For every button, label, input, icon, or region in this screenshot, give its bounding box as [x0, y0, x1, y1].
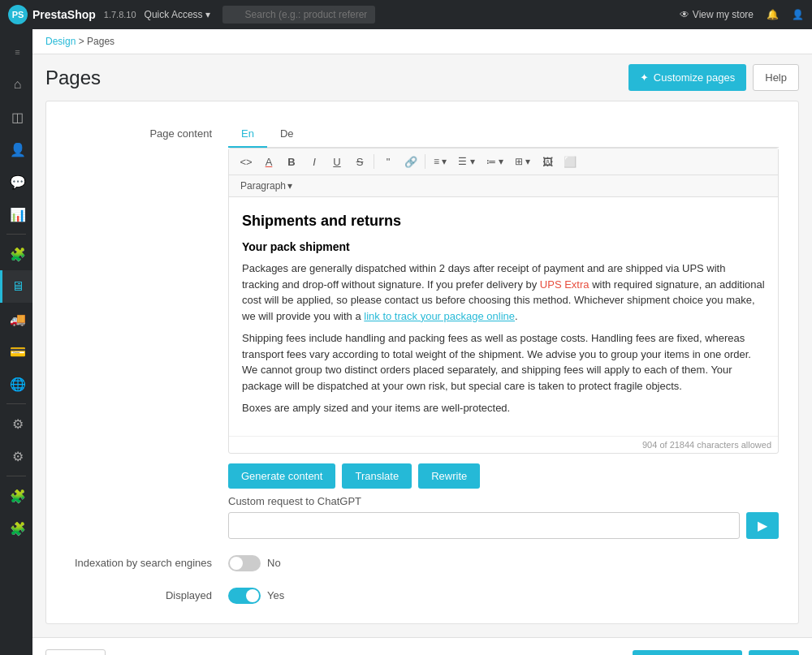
view-store-button[interactable]: 👁 View my store: [680, 9, 754, 20]
paragraph-dropdown-row: Paragraph ▾: [229, 175, 778, 197]
toolbar-align-dropdown[interactable]: ≡ ▾: [429, 154, 451, 169]
language-tabs: En De: [228, 121, 779, 148]
toolbar-sep-1: [374, 154, 374, 169]
top-navbar: PS PrestaShop 1.7.8.10 Quick Access ▾ 🔍 …: [0, 0, 812, 29]
indexation-slider: [228, 555, 261, 571]
search-input[interactable]: [222, 6, 375, 24]
content-paragraph-3: Boxes are amply sized and your items are…: [242, 400, 765, 416]
breadcrumb-sep: >: [79, 36, 87, 47]
sidebar-item-modules[interactable]: 🧩: [0, 238, 32, 270]
page-content-row: Page content En De <> A B I U S: [66, 121, 779, 539]
notifications-icon[interactable]: 🔔: [767, 9, 779, 20]
displayed-state: Yes: [267, 589, 284, 601]
save-button[interactable]: Save: [749, 650, 799, 656]
sidebar-expand[interactable]: ≡: [0, 36, 32, 68]
toolbar-italic-btn[interactable]: I: [304, 152, 325, 171]
logo: PS PrestaShop: [8, 5, 96, 24]
sidebar-item-advanced[interactable]: ⚙: [0, 440, 32, 472]
rewrite-button[interactable]: Rewrite: [418, 463, 480, 489]
breadcrumb-parent[interactable]: Design: [45, 36, 76, 47]
tab-de[interactable]: De: [267, 121, 307, 148]
sidebar-item-orders[interactable]: ◫: [0, 101, 32, 133]
puzzle-icon: ✦: [640, 71, 649, 84]
chatgpt-label: Custom request to ChatGPT: [228, 495, 779, 507]
user-icon[interactable]: 👤: [792, 9, 804, 20]
help-button[interactable]: Help: [753, 64, 799, 91]
sidebar-item-shipping[interactable]: 🚚: [0, 303, 32, 335]
char-count: 904 of 21844 characters allowed: [229, 436, 778, 453]
sidebar: ≡ ⌂ ◫ 👤 💬 📊 🧩 🖥 🚚 💳 🌐 ⚙ ⚙ 🧩 🧩: [0, 29, 32, 655]
send-icon: ▶: [758, 519, 767, 532]
send-button[interactable]: ▶: [746, 512, 779, 539]
indexation-state: No: [267, 557, 281, 569]
top-right-actions: 👁 View my store 🔔 👤: [680, 9, 804, 20]
displayed-slider: [228, 588, 261, 604]
toolbar-blockquote-btn[interactable]: ": [378, 152, 399, 171]
indexation-toggle[interactable]: [228, 555, 261, 571]
indexation-label: Indexation by search engines: [66, 557, 228, 569]
main-content: Design > Pages Pages ✦ Customize pages H…: [32, 29, 812, 655]
quick-access-menu[interactable]: Quick Access ▾: [145, 9, 210, 20]
tab-en[interactable]: En: [228, 121, 267, 148]
sidebar-item-customers[interactable]: 👤: [0, 133, 32, 166]
toolbar-embed-btn[interactable]: ⬜: [559, 152, 581, 171]
content-heading: Shipments and returns: [242, 210, 765, 232]
sidebar-item-plugin1[interactable]: 🧩: [0, 480, 32, 512]
displayed-toggle-wrap: Yes: [228, 588, 284, 604]
sidebar-item-messages[interactable]: 💬: [0, 166, 32, 198]
chatgpt-input[interactable]: [228, 512, 740, 539]
toolbar-fontcolor-btn[interactable]: A: [258, 152, 279, 171]
search-wrap: 🔍: [222, 6, 499, 24]
toolbar-link-btn[interactable]: 🔗: [400, 152, 421, 171]
sidebar-item-stats[interactable]: 📊: [0, 198, 32, 231]
sidebar-divider-3: [6, 476, 26, 476]
content-action-buttons: Generate content Translate Rewrite: [228, 463, 779, 489]
displayed-row: Displayed Yes: [66, 588, 779, 604]
app-version: 1.7.8.10: [104, 10, 136, 19]
page-title: Pages: [45, 67, 101, 89]
toolbar-code-btn[interactable]: <>: [235, 152, 257, 171]
sidebar-divider-2: [6, 403, 26, 404]
toolbar-strikethrough-btn[interactable]: S: [349, 152, 370, 171]
sidebar-item-design[interactable]: 🖥: [0, 270, 32, 303]
prestashop-logo: PS: [8, 5, 28, 24]
paragraph-dropdown[interactable]: Paragraph ▾: [235, 179, 297, 193]
sidebar-item-payment[interactable]: 💳: [0, 335, 32, 368]
sidebar-item-dashboard[interactable]: ⌂: [0, 68, 32, 101]
indexation-row: Indexation by search engines No: [66, 555, 779, 571]
sidebar-item-settings[interactable]: ⚙: [0, 407, 32, 440]
generate-content-button[interactable]: Generate content: [228, 463, 335, 489]
rich-text-editor: <> A B I U S " 🔗 ≡ ▾ ☰ ▾ ≔ ▾ ⊞ ▾: [228, 148, 779, 454]
toolbar-bold-btn[interactable]: B: [281, 152, 302, 171]
chatgpt-section: Custom request to ChatGPT ▶: [228, 495, 779, 539]
page-header-actions: ✦ Customize pages Help: [628, 64, 799, 91]
ups-extra-text: UPS Extra: [540, 278, 590, 291]
page-header: Pages ✦ Customize pages Help: [32, 54, 812, 101]
content-area: Page content En De <> A B I U S: [45, 101, 799, 624]
save-preview-button[interactable]: Save and preview: [633, 650, 742, 656]
cancel-button[interactable]: Cancel: [45, 649, 106, 656]
toolbar-table-dropdown[interactable]: ⊞ ▾: [510, 154, 535, 169]
toolbar-list-dropdown[interactable]: ☰ ▾: [453, 154, 479, 169]
app-name: PrestaShop: [32, 8, 96, 21]
content-subheading: Your pack shipment: [242, 239, 765, 256]
content-paragraph-2: Shipping fees include handling and packi…: [242, 330, 765, 394]
editor-body[interactable]: Shipments and returns Your pack shipment…: [229, 197, 778, 436]
translate-button[interactable]: Translate: [342, 463, 412, 489]
toolbar-underline-btn[interactable]: U: [326, 152, 348, 171]
content-paragraph-1: Packages are generally dispatched within…: [242, 261, 765, 324]
customize-pages-button[interactable]: ✦ Customize pages: [628, 64, 746, 91]
page-content-label: Page content: [66, 121, 228, 140]
footer-right-actions: Save and preview Save: [633, 650, 799, 656]
sidebar-item-international[interactable]: 🌐: [0, 368, 32, 400]
breadcrumb-current: Pages: [87, 36, 114, 47]
toolbar-listnum-dropdown[interactable]: ≔ ▾: [482, 154, 508, 169]
breadcrumb: Design > Pages: [32, 29, 812, 54]
displayed-toggle[interactable]: [228, 588, 261, 604]
editor-form-control: En De <> A B I U S " 🔗: [228, 121, 779, 539]
chatgpt-input-row: ▶: [228, 512, 779, 539]
toolbar-image-btn[interactable]: 🖼: [537, 152, 558, 171]
indexation-toggle-wrap: No: [228, 555, 281, 571]
toolbar-sep-2: [425, 154, 425, 169]
sidebar-item-plugin2[interactable]: 🧩: [0, 512, 32, 545]
